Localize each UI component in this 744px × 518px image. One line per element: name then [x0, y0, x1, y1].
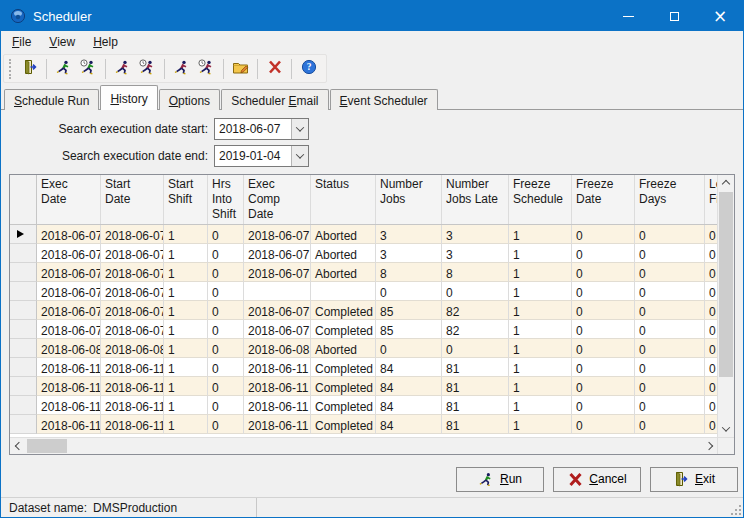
scroll-up-button[interactable]	[718, 175, 734, 192]
cell-start-date[interactable]: 2018-06-11	[101, 396, 164, 415]
row-selector[interactable]	[10, 396, 37, 415]
cell-start-date[interactable]: 2018-06-07	[101, 320, 164, 339]
column-header-exec-comp-date[interactable]: Exec Comp Date	[244, 175, 311, 224]
cell-exec-date[interactable]: 2018-06-11	[37, 415, 101, 434]
cell-freeze-schedule[interactable]: 1	[509, 320, 572, 339]
cell-number-jobs-late[interactable]: 3	[442, 244, 509, 263]
cell-exec-comp-date[interactable]: 2018-06-08	[244, 339, 311, 358]
help-button[interactable]: ?	[296, 56, 321, 81]
cell-number-jobs-late[interactable]: 3	[442, 225, 509, 244]
cell-number-jobs[interactable]: 0	[376, 339, 442, 358]
cell-exec-date[interactable]: 2018-06-11	[37, 358, 101, 377]
column-header-freeze-date[interactable]: Freeze Date	[572, 175, 635, 224]
cell-exec-comp-date[interactable]: 2018-06-11	[244, 358, 311, 377]
cell-freeze-date[interactable]: 0	[572, 282, 635, 301]
cell-load-frozen[interactable]: 0	[705, 320, 717, 339]
cell-hrs-into-shift[interactable]: 0	[208, 396, 244, 415]
menu-help[interactable]: Help	[84, 31, 127, 53]
cell-freeze-date[interactable]: 0	[572, 358, 635, 377]
cell-freeze-days[interactable]: 0	[635, 339, 705, 358]
column-header-freeze-schedule[interactable]: Freeze Schedule	[509, 175, 572, 224]
cell-freeze-schedule[interactable]: 1	[509, 415, 572, 434]
cell-freeze-date[interactable]: 0	[572, 415, 635, 434]
column-header-freeze-days[interactable]: Freeze Days	[635, 175, 705, 224]
row-selector[interactable]	[10, 263, 37, 282]
cell-freeze-days[interactable]: 0	[635, 320, 705, 339]
cell-exec-comp-date[interactable]: 2018-06-07	[244, 263, 311, 282]
cell-start-date[interactable]: 2018-06-11	[101, 358, 164, 377]
cell-exec-date[interactable]: 2018-06-07	[37, 320, 101, 339]
column-header-exec-date[interactable]: Exec Date	[37, 175, 101, 224]
cell-exec-comp-date[interactable]: 2018-06-07	[244, 320, 311, 339]
cell-status[interactable]: Aborted	[311, 263, 376, 282]
resize-grip[interactable]	[731, 505, 741, 515]
search-end-value[interactable]: 2019-01-04	[215, 146, 291, 166]
run-jobs-button[interactable]	[169, 56, 194, 81]
cell-number-jobs[interactable]: 0	[376, 282, 442, 301]
run-schedule-timed-button[interactable]	[76, 56, 101, 81]
cell-exec-comp-date[interactable]: 2018-06-07	[244, 244, 311, 263]
cell-status[interactable]: Completed	[311, 377, 376, 396]
column-header-status[interactable]: Status	[311, 175, 376, 224]
cell-status[interactable]	[311, 282, 376, 301]
cell-number-jobs-late[interactable]: 0	[442, 339, 509, 358]
menu-file[interactable]: File	[3, 31, 40, 53]
cell-freeze-date[interactable]: 0	[572, 320, 635, 339]
cell-freeze-schedule[interactable]: 1	[509, 377, 572, 396]
cell-hrs-into-shift[interactable]: 0	[208, 320, 244, 339]
vertical-scrollbar-track[interactable]	[718, 377, 734, 420]
cell-status[interactable]: Completed	[311, 415, 376, 434]
cell-exec-date[interactable]: 2018-06-11	[37, 377, 101, 396]
cell-status[interactable]: Completed	[311, 358, 376, 377]
cell-freeze-date[interactable]: 0	[572, 244, 635, 263]
cell-freeze-days[interactable]: 0	[635, 358, 705, 377]
cell-number-jobs[interactable]: 84	[376, 377, 442, 396]
search-start-value[interactable]: 2018-06-07	[215, 119, 291, 139]
cell-status[interactable]: Aborted	[311, 225, 376, 244]
cell-load-frozen[interactable]: 0	[705, 358, 717, 377]
vertical-scrollbar[interactable]	[717, 175, 734, 437]
row-selector[interactable]	[10, 282, 37, 301]
cell-start-shift[interactable]: 1	[164, 225, 208, 244]
row-selector[interactable]	[10, 301, 37, 320]
cell-exec-date[interactable]: 2018-06-07	[37, 263, 101, 282]
cell-hrs-into-shift[interactable]: 0	[208, 339, 244, 358]
cell-hrs-into-shift[interactable]: 0	[208, 282, 244, 301]
cell-start-date[interactable]: 2018-06-07	[101, 301, 164, 320]
search-end-combobox[interactable]: 2019-01-04	[214, 145, 309, 167]
cell-status[interactable]: Aborted	[311, 244, 376, 263]
cell-freeze-schedule[interactable]: 1	[509, 339, 572, 358]
cell-hrs-into-shift[interactable]: 0	[208, 358, 244, 377]
cell-number-jobs-late[interactable]: 81	[442, 415, 509, 434]
cell-number-jobs[interactable]: 85	[376, 301, 442, 320]
search-start-dropdown-button[interactable]	[291, 119, 308, 139]
close-button[interactable]: ×	[697, 1, 743, 31]
cell-status[interactable]: Completed	[311, 396, 376, 415]
cell-exec-date[interactable]: 2018-06-11	[37, 396, 101, 415]
tab-schedule-run[interactable]: Schedule Run	[4, 89, 99, 110]
cell-number-jobs-late[interactable]: 81	[442, 396, 509, 415]
cell-number-jobs[interactable]: 84	[376, 396, 442, 415]
cell-load-frozen[interactable]: 0	[705, 301, 717, 320]
cell-start-date[interactable]: 2018-06-11	[101, 377, 164, 396]
column-header-load-frozen[interactable]: Load Frozen	[705, 175, 717, 224]
cell-status[interactable]: Completed	[311, 301, 376, 320]
cell-start-shift[interactable]: 1	[164, 377, 208, 396]
cell-number-jobs-late[interactable]: 82	[442, 320, 509, 339]
cell-freeze-schedule[interactable]: 1	[509, 282, 572, 301]
cell-status[interactable]: Aborted	[311, 339, 376, 358]
cell-freeze-schedule[interactable]: 1	[509, 225, 572, 244]
cell-start-shift[interactable]: 1	[164, 358, 208, 377]
cell-number-jobs[interactable]: 85	[376, 320, 442, 339]
run-schedule-button[interactable]	[51, 56, 76, 81]
cancel-button[interactable]: Cancel	[553, 467, 641, 492]
edit-folder-button[interactable]	[228, 56, 253, 81]
column-header-hrs-into-shift[interactable]: Hrs Into Shift	[208, 175, 244, 224]
cell-hrs-into-shift[interactable]: 0	[208, 244, 244, 263]
scroll-right-button[interactable]	[700, 438, 717, 454]
cell-number-jobs-late[interactable]: 82	[442, 301, 509, 320]
cell-exec-date[interactable]: 2018-06-07	[37, 225, 101, 244]
cell-exec-date[interactable]: 2018-06-07	[37, 282, 101, 301]
cell-hrs-into-shift[interactable]: 0	[208, 263, 244, 282]
row-selector[interactable]	[10, 339, 37, 358]
